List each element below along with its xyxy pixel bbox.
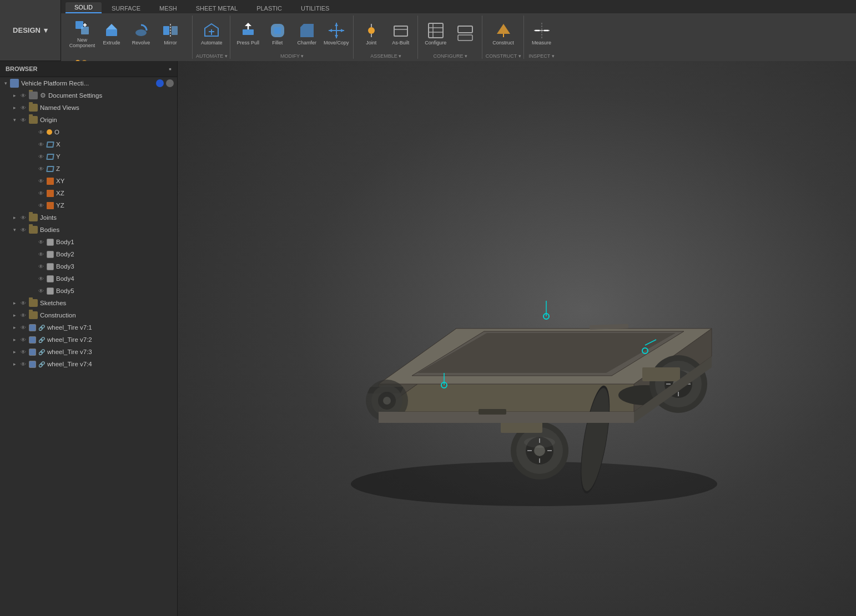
expand-arrow-body4[interactable] <box>29 275 36 282</box>
visibility-icon-wheel-tire-3[interactable]: 👁 <box>19 347 28 356</box>
move-button[interactable]: Move/Copy <box>322 16 351 51</box>
expand-arrow-wheel-tire-3[interactable]: ▸ <box>11 349 18 355</box>
tab-sheet-metal[interactable]: SHEET METAL <box>187 3 246 13</box>
expand-arrow-wheel-tire-1[interactable]: ▸ <box>11 324 18 331</box>
visibility-icon-body4[interactable]: 👁 <box>37 274 46 283</box>
press-pull-button[interactable]: Press Pull <box>234 16 263 51</box>
visibility-icon-origin-y[interactable]: 👁 <box>37 152 46 161</box>
tree-item-origin-xy[interactable]: 👁XY <box>0 175 177 187</box>
expand-arrow-named-views[interactable]: ▸ <box>11 104 18 111</box>
svg-rect-21 <box>274 27 281 34</box>
configure-button[interactable]: Configure <box>421 16 450 51</box>
visibility-icon-construction[interactable]: 👁 <box>19 311 28 320</box>
automate-button[interactable]: Automate <box>197 16 226 51</box>
tree-item-construction[interactable]: ▸👁Construction <box>0 309 177 321</box>
expand-arrow-origin-xz[interactable] <box>29 190 36 196</box>
expand-arrow-wheel-tire-4[interactable]: ▸ <box>11 361 18 367</box>
expand-arrow-origin-xy[interactable] <box>29 178 36 184</box>
visibility-icon-doc-settings[interactable]: 👁 <box>19 91 28 100</box>
joint-button[interactable]: Joint <box>357 16 386 51</box>
tree-item-root[interactable]: ▾Vehicle Platform Recti... <box>0 77 177 89</box>
fillet-button[interactable]: Fillet <box>263 16 292 51</box>
tree-item-body4[interactable]: 👁Body4 <box>0 272 177 285</box>
tab-solid[interactable]: SOLID <box>66 2 102 13</box>
visibility-icon-origin[interactable]: 👁 <box>19 115 28 124</box>
tree-item-origin-z[interactable]: 👁Z <box>0 163 177 175</box>
expand-arrow-doc-settings[interactable]: ▸ <box>11 92 18 99</box>
tree-item-doc-settings[interactable]: ▸👁⚙Document Settings <box>0 89 177 102</box>
tab-surface[interactable]: SURFACE <box>103 3 149 13</box>
close-sidebar-button[interactable]: ▪ <box>169 64 172 73</box>
tab-utilities[interactable]: UTILITIES <box>292 3 338 13</box>
tree-item-body2[interactable]: 👁Body2 <box>0 248 177 260</box>
visibility-icon-body5[interactable]: 👁 <box>37 286 46 295</box>
expand-arrow-origin-yz[interactable] <box>29 202 36 209</box>
tree-item-body1[interactable]: 👁Body1 <box>0 236 177 248</box>
construct-button[interactable]: Construct <box>489 16 518 51</box>
visibility-icon-wheel-tire-2[interactable]: 👁 <box>19 335 28 344</box>
tree-item-origin-yz[interactable]: 👁YZ <box>0 199 177 211</box>
expand-arrow-bodies[interactable]: ▾ <box>11 226 18 233</box>
visibility-icon-body1[interactable]: 👁 <box>37 238 46 246</box>
tree-item-joints[interactable]: ▸👁Joints <box>0 211 177 224</box>
viewport[interactable] <box>178 61 856 616</box>
revolve-button[interactable]: Revolve <box>127 16 155 51</box>
expand-arrow-origin-x[interactable] <box>29 141 36 148</box>
expand-arrow-origin-z[interactable] <box>29 165 36 172</box>
tree-item-wheel-tire-2[interactable]: ▸👁🔗wheel_Tire v7:2 <box>0 334 177 346</box>
visibility-icon-origin-z[interactable]: 👁 <box>37 164 46 173</box>
visibility-icon-origin-x[interactable]: 👁 <box>37 140 46 149</box>
expand-arrow-body3[interactable] <box>29 263 36 270</box>
body-icon-body4 <box>47 275 54 282</box>
visibility-icon-named-views[interactable]: 👁 <box>19 103 28 112</box>
visibility-icon-origin-o[interactable]: 👁 <box>37 128 46 137</box>
expand-arrow-body5[interactable] <box>29 287 36 294</box>
tree-item-wheel-tire-1[interactable]: ▸👁🔗wheel_Tire v7:1 <box>0 321 177 334</box>
chamfer-button[interactable]: Chamfer <box>293 16 321 51</box>
expand-arrow-sketches[interactable]: ▸ <box>11 300 18 306</box>
expand-arrow-origin[interactable]: ▾ <box>11 117 18 123</box>
visibility-icon-bodies[interactable]: 👁 <box>19 225 28 234</box>
tree-item-named-views[interactable]: ▸👁Named Views <box>0 102 177 114</box>
visibility-icon-origin-xz[interactable]: 👁 <box>37 189 46 198</box>
tab-plastic[interactable]: PLASTIC <box>248 3 291 13</box>
expand-arrow-root[interactable]: ▾ <box>2 80 9 87</box>
tab-mesh[interactable]: MESH <box>150 3 186 13</box>
tree-item-wheel-tire-3[interactable]: ▸👁🔗wheel_Tire v7:3 <box>0 346 177 358</box>
expand-arrow-origin-y[interactable] <box>29 153 36 160</box>
visibility-icon-body2[interactable]: 👁 <box>37 250 46 259</box>
extrude-button[interactable]: Extrude <box>97 16 126 51</box>
tree-item-origin-y[interactable]: 👁Y <box>0 150 177 163</box>
visibility-icon-origin-yz[interactable]: 👁 <box>37 201 46 210</box>
expand-arrow-joints[interactable]: ▸ <box>11 214 18 221</box>
visibility-icon-wheel-tire-4[interactable]: 👁 <box>19 360 28 368</box>
tree-item-body3[interactable]: 👁Body3 <box>0 260 177 272</box>
as-built-button[interactable]: As-Built <box>386 16 415 51</box>
visibility-icon-joints[interactable]: 👁 <box>19 213 28 222</box>
tree-item-bodies[interactable]: ▾👁Bodies <box>0 224 177 236</box>
mirror-button[interactable]: Mirror <box>156 16 185 51</box>
tree-item-origin[interactable]: ▾👁Origin <box>0 114 177 126</box>
settings-gear-icon: ⚙ <box>40 92 46 99</box>
configure2-button[interactable] <box>451 16 480 51</box>
tree-item-sketches[interactable]: ▸👁Sketches <box>0 297 177 309</box>
tree-item-origin-xz[interactable]: 👁XZ <box>0 187 177 199</box>
expand-arrow-origin-o[interactable] <box>29 129 36 135</box>
tool-row: NewComponent Extrude Revolve <box>61 13 856 61</box>
new-component-button[interactable]: NewComponent <box>68 16 97 51</box>
visibility-icon-sketches[interactable]: 👁 <box>19 299 28 307</box>
tree-item-body5[interactable]: 👁Body5 <box>0 285 177 297</box>
visibility-icon-origin-xy[interactable]: 👁 <box>37 176 46 185</box>
visibility-icon-wheel-tire-1[interactable]: 👁 <box>19 323 28 332</box>
create-group: NewComponent Extrude Revolve <box>66 16 193 59</box>
design-button[interactable]: DESIGN ▾ <box>0 0 61 60</box>
inspect-button[interactable]: Measure <box>527 16 556 51</box>
visibility-icon-body3[interactable]: 👁 <box>37 262 46 271</box>
tree-item-origin-x[interactable]: 👁X <box>0 138 177 150</box>
tree-item-wheel-tire-4[interactable]: ▸👁🔗wheel_Tire v7:4 <box>0 358 177 370</box>
expand-arrow-body2[interactable] <box>29 251 36 257</box>
expand-arrow-body1[interactable] <box>29 239 36 245</box>
expand-arrow-construction[interactable]: ▸ <box>11 312 18 319</box>
expand-arrow-wheel-tire-2[interactable]: ▸ <box>11 336 18 343</box>
tree-item-origin-o[interactable]: 👁O <box>0 126 177 138</box>
